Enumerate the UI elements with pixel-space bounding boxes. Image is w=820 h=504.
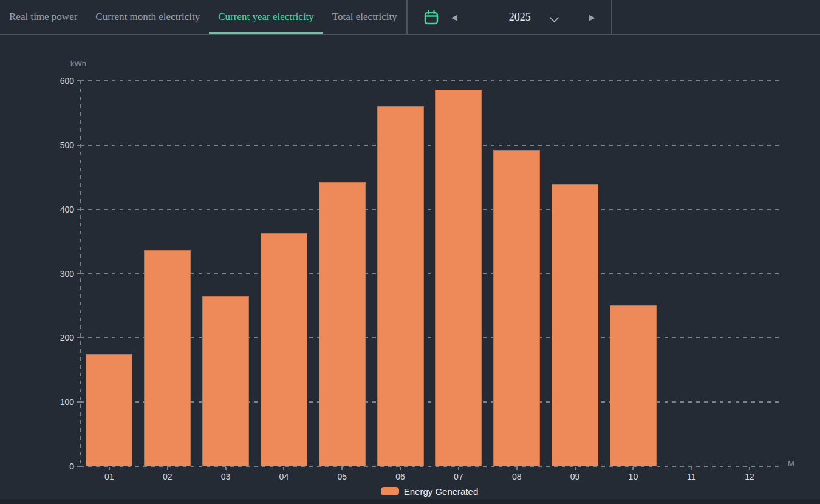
legend-swatch xyxy=(381,487,399,495)
x-axis-tick-label: 08 xyxy=(499,472,535,482)
year-picker: ◀ 2025 ▶ xyxy=(408,0,611,34)
x-axis-tick xyxy=(109,467,110,470)
bar-09[interactable] xyxy=(552,184,598,466)
x-axis-tick xyxy=(400,467,401,470)
legend-energy-generated[interactable]: Energy Generated xyxy=(80,485,779,498)
bar-06[interactable] xyxy=(377,106,424,466)
x-axis-tick-label: 12 xyxy=(731,472,768,482)
year-select[interactable]: 2025 xyxy=(487,0,553,34)
tab-current-year-electricity[interactable]: Current year electricity xyxy=(209,0,323,34)
y-axis-tick-label: 300 xyxy=(38,269,74,279)
x-axis-tick xyxy=(225,467,227,470)
x-axis-tick xyxy=(691,467,692,470)
x-axis-tick xyxy=(575,467,576,470)
bar-04[interactable] xyxy=(261,233,307,466)
bottom-strip xyxy=(0,499,820,504)
bar-chart: kWh M 0100200300400500600010203040506070… xyxy=(0,35,820,504)
bar-02[interactable] xyxy=(144,250,191,466)
x-axis-tick xyxy=(632,467,634,470)
x-axis-tick-label: 11 xyxy=(673,472,709,482)
x-axis-tick-label: 07 xyxy=(440,472,477,482)
gridline xyxy=(80,209,779,210)
y-axis-line xyxy=(80,81,81,466)
tab-current-month-electricity[interactable]: Current month electricity xyxy=(86,0,209,34)
y-axis-tick-label: 200 xyxy=(38,333,74,342)
x-axis-tick xyxy=(283,467,284,470)
legend-label: Energy Generated xyxy=(404,486,479,497)
next-year-button[interactable]: ▶ xyxy=(586,0,599,34)
bar-01[interactable] xyxy=(86,354,132,466)
x-axis-tick-label: 02 xyxy=(149,472,186,482)
bar-05[interactable] xyxy=(319,182,366,466)
y-axis-tick-label: 100 xyxy=(38,397,74,407)
tab-group: Real time power Current month electricit… xyxy=(0,0,406,34)
x-axis-tick xyxy=(341,467,343,470)
gridline xyxy=(80,80,779,81)
calendar-icon[interactable] xyxy=(423,9,440,26)
x-axis-tick xyxy=(516,467,518,470)
tab-total-electricity[interactable]: Total electricity xyxy=(323,0,406,34)
bar-10[interactable] xyxy=(610,305,657,466)
y-axis-tick-label: 500 xyxy=(38,140,74,150)
y-axis-tick-label: 400 xyxy=(38,205,74,214)
y-axis-tick-label: 600 xyxy=(38,76,74,86)
y-axis-tick-label: 0 xyxy=(38,461,74,471)
bar-03[interactable] xyxy=(202,296,249,466)
bar-08[interactable] xyxy=(493,150,540,466)
x-axis-tick xyxy=(749,467,750,470)
x-axis-tick-label: 09 xyxy=(557,472,593,482)
x-axis-tick-label: 05 xyxy=(324,472,360,482)
x-axis-tick-label: 04 xyxy=(265,472,302,482)
x-axis-tick-label: 06 xyxy=(382,472,419,482)
tab-real-time-power[interactable]: Real time power xyxy=(0,0,86,34)
divider xyxy=(611,0,612,34)
x-axis-tick-label: 01 xyxy=(91,472,128,482)
x-axis-tick xyxy=(167,467,168,470)
gridline xyxy=(80,145,779,146)
y-axis-unit-label: kWh xyxy=(70,59,86,68)
x-axis-unit-label: M xyxy=(788,459,794,468)
x-axis-tick-label: 03 xyxy=(208,472,244,482)
x-axis-tick xyxy=(458,467,459,470)
top-tab-bar: Real time power Current month electricit… xyxy=(0,0,820,35)
x-axis-tick-label: 10 xyxy=(615,472,651,482)
bar-07[interactable] xyxy=(435,90,482,466)
prev-year-button[interactable]: ◀ xyxy=(448,0,461,34)
